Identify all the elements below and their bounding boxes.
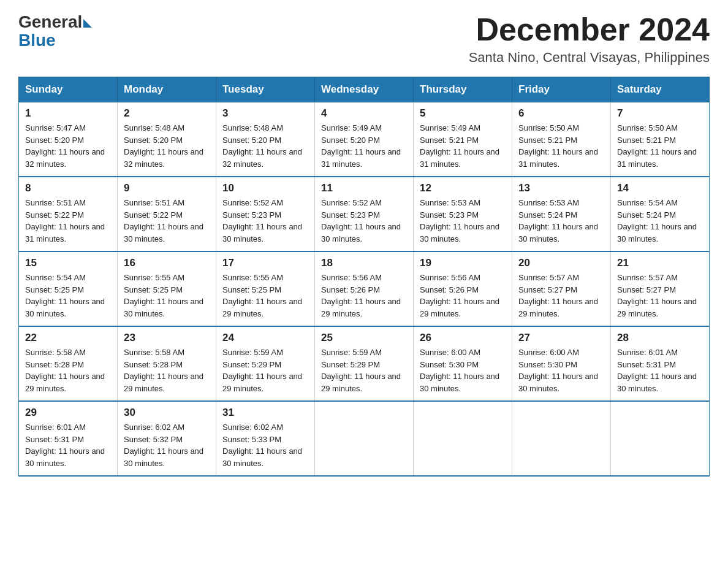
calendar-cell: 8 Sunrise: 5:51 AMSunset: 5:22 PMDayligh…: [19, 177, 118, 251]
day-number: 3: [222, 107, 308, 120]
day-number: 23: [124, 332, 210, 344]
logo: General Blue: [18, 12, 92, 50]
day-number: 1: [25, 107, 111, 120]
calendar-cell: 22 Sunrise: 5:58 AMSunset: 5:28 PMDaylig…: [19, 326, 118, 401]
calendar-cell: 30 Sunrise: 6:02 AMSunset: 5:32 PMDaylig…: [118, 401, 216, 476]
day-number: 8: [25, 182, 111, 194]
calendar-table: SundayMondayTuesdayWednesdayThursdayFrid…: [18, 77, 710, 477]
calendar-cell: 7 Sunrise: 5:50 AMSunset: 5:21 PMDayligh…: [611, 102, 710, 177]
calendar-cell: 31 Sunrise: 6:02 AMSunset: 5:33 PMDaylig…: [216, 401, 315, 476]
calendar-cell: 16 Sunrise: 5:55 AMSunset: 5:25 PMDaylig…: [118, 251, 216, 326]
day-number: 14: [617, 182, 703, 194]
calendar-cell: 14 Sunrise: 5:54 AMSunset: 5:24 PMDaylig…: [611, 177, 710, 251]
day-number: 31: [222, 407, 308, 419]
day-info: Sunrise: 5:49 AMSunset: 5:21 PMDaylight:…: [420, 123, 499, 169]
day-number: 9: [124, 182, 210, 194]
day-info: Sunrise: 5:58 AMSunset: 5:28 PMDaylight:…: [124, 348, 203, 393]
day-info: Sunrise: 6:01 AMSunset: 5:31 PMDaylight:…: [617, 348, 697, 393]
weekday-header-monday: Monday: [118, 77, 216, 102]
day-info: Sunrise: 5:50 AMSunset: 5:21 PMDaylight:…: [617, 123, 697, 169]
day-info: Sunrise: 5:59 AMSunset: 5:29 PMDaylight:…: [222, 348, 302, 393]
day-info: Sunrise: 5:47 AMSunset: 5:20 PMDaylight:…: [25, 123, 105, 169]
location-title: Santa Nino, Central Visayas, Philippines: [469, 50, 710, 66]
day-number: 4: [321, 107, 407, 120]
day-info: Sunrise: 5:56 AMSunset: 5:26 PMDaylight:…: [321, 273, 401, 318]
month-title: December 2024: [469, 12, 710, 47]
calendar-cell: 10 Sunrise: 5:52 AMSunset: 5:23 PMDaylig…: [216, 177, 315, 251]
weekday-header-tuesday: Tuesday: [216, 77, 315, 102]
day-info: Sunrise: 5:48 AMSunset: 5:20 PMDaylight:…: [124, 123, 203, 169]
day-info: Sunrise: 5:54 AMSunset: 5:25 PMDaylight:…: [25, 273, 105, 318]
calendar-cell: 20 Sunrise: 5:57 AMSunset: 5:27 PMDaylig…: [512, 251, 611, 326]
day-info: Sunrise: 5:48 AMSunset: 5:20 PMDaylight:…: [222, 123, 302, 169]
calendar-cell: 5 Sunrise: 5:49 AMSunset: 5:21 PMDayligh…: [414, 102, 512, 177]
day-info: Sunrise: 5:51 AMSunset: 5:22 PMDaylight:…: [25, 198, 105, 243]
calendar-cell: 23 Sunrise: 5:58 AMSunset: 5:28 PMDaylig…: [118, 326, 216, 401]
weekday-header-wednesday: Wednesday: [315, 77, 414, 102]
calendar-week-row: 29 Sunrise: 6:01 AMSunset: 5:31 PMDaylig…: [19, 401, 710, 476]
calendar-cell: 15 Sunrise: 5:54 AMSunset: 5:25 PMDaylig…: [19, 251, 118, 326]
day-info: Sunrise: 5:53 AMSunset: 5:24 PMDaylight:…: [518, 198, 598, 243]
calendar-week-row: 8 Sunrise: 5:51 AMSunset: 5:22 PMDayligh…: [19, 177, 710, 251]
calendar-cell: 21 Sunrise: 5:57 AMSunset: 5:27 PMDaylig…: [611, 251, 710, 326]
day-info: Sunrise: 5:56 AMSunset: 5:26 PMDaylight:…: [420, 273, 499, 318]
day-number: 27: [518, 332, 604, 344]
weekday-header-friday: Friday: [512, 77, 611, 102]
day-number: 18: [321, 257, 407, 269]
day-number: 7: [617, 107, 703, 120]
day-number: 2: [124, 107, 210, 120]
day-number: 16: [124, 257, 210, 269]
day-number: 30: [124, 407, 210, 419]
calendar-week-row: 1 Sunrise: 5:47 AMSunset: 5:20 PMDayligh…: [19, 102, 710, 177]
calendar-cell: 28 Sunrise: 6:01 AMSunset: 5:31 PMDaylig…: [611, 326, 710, 401]
calendar-cell: 27 Sunrise: 6:00 AMSunset: 5:30 PMDaylig…: [512, 326, 611, 401]
calendar-cell: [512, 401, 611, 476]
day-number: 21: [617, 257, 703, 269]
day-info: Sunrise: 5:54 AMSunset: 5:24 PMDaylight:…: [617, 198, 697, 243]
calendar-cell: 18 Sunrise: 5:56 AMSunset: 5:26 PMDaylig…: [315, 251, 414, 326]
day-info: Sunrise: 6:02 AMSunset: 5:32 PMDaylight:…: [124, 423, 203, 468]
calendar-cell: 11 Sunrise: 5:52 AMSunset: 5:23 PMDaylig…: [315, 177, 414, 251]
day-number: 20: [518, 257, 604, 269]
calendar-week-row: 15 Sunrise: 5:54 AMSunset: 5:25 PMDaylig…: [19, 251, 710, 326]
day-info: Sunrise: 5:55 AMSunset: 5:25 PMDaylight:…: [222, 273, 302, 318]
calendar-cell: 29 Sunrise: 6:01 AMSunset: 5:31 PMDaylig…: [19, 401, 118, 476]
day-info: Sunrise: 5:55 AMSunset: 5:25 PMDaylight:…: [124, 273, 203, 318]
calendar-cell: 17 Sunrise: 5:55 AMSunset: 5:25 PMDaylig…: [216, 251, 315, 326]
page-header: General Blue December 2024 Santa Nino, C…: [18, 12, 710, 66]
calendar-cell: 26 Sunrise: 6:00 AMSunset: 5:30 PMDaylig…: [414, 326, 512, 401]
logo-blue-text: Blue: [18, 31, 92, 50]
day-info: Sunrise: 6:02 AMSunset: 5:33 PMDaylight:…: [222, 423, 302, 468]
day-number: 28: [617, 332, 703, 344]
day-number: 19: [420, 257, 506, 269]
title-block: December 2024 Santa Nino, Central Visaya…: [469, 12, 710, 66]
calendar-cell: [414, 401, 512, 476]
day-info: Sunrise: 5:52 AMSunset: 5:23 PMDaylight:…: [321, 198, 401, 243]
calendar-cell: 24 Sunrise: 5:59 AMSunset: 5:29 PMDaylig…: [216, 326, 315, 401]
logo-general-text: General: [18, 12, 82, 32]
day-number: 5: [420, 107, 506, 120]
calendar-cell: 4 Sunrise: 5:49 AMSunset: 5:20 PMDayligh…: [315, 102, 414, 177]
day-info: Sunrise: 6:01 AMSunset: 5:31 PMDaylight:…: [25, 423, 105, 468]
logo-arrow-icon: [83, 19, 92, 28]
day-number: 6: [518, 107, 604, 120]
day-info: Sunrise: 5:53 AMSunset: 5:23 PMDaylight:…: [420, 198, 499, 243]
calendar-week-row: 22 Sunrise: 5:58 AMSunset: 5:28 PMDaylig…: [19, 326, 710, 401]
day-info: Sunrise: 6:00 AMSunset: 5:30 PMDaylight:…: [518, 348, 598, 393]
day-info: Sunrise: 5:50 AMSunset: 5:21 PMDaylight:…: [518, 123, 598, 169]
day-number: 17: [222, 257, 308, 269]
calendar-cell: 3 Sunrise: 5:48 AMSunset: 5:20 PMDayligh…: [216, 102, 315, 177]
calendar-cell: [611, 401, 710, 476]
day-number: 15: [25, 257, 111, 269]
calendar-cell: 9 Sunrise: 5:51 AMSunset: 5:22 PMDayligh…: [118, 177, 216, 251]
day-info: Sunrise: 5:51 AMSunset: 5:22 PMDaylight:…: [124, 198, 203, 243]
calendar-cell: [315, 401, 414, 476]
day-info: Sunrise: 6:00 AMSunset: 5:30 PMDaylight:…: [420, 348, 499, 393]
day-number: 12: [420, 182, 506, 194]
calendar-cell: 19 Sunrise: 5:56 AMSunset: 5:26 PMDaylig…: [414, 251, 512, 326]
day-number: 11: [321, 182, 407, 194]
weekday-header-saturday: Saturday: [611, 77, 710, 102]
day-info: Sunrise: 5:58 AMSunset: 5:28 PMDaylight:…: [25, 348, 105, 393]
day-info: Sunrise: 5:57 AMSunset: 5:27 PMDaylight:…: [518, 273, 598, 318]
calendar-cell: 1 Sunrise: 5:47 AMSunset: 5:20 PMDayligh…: [19, 102, 118, 177]
